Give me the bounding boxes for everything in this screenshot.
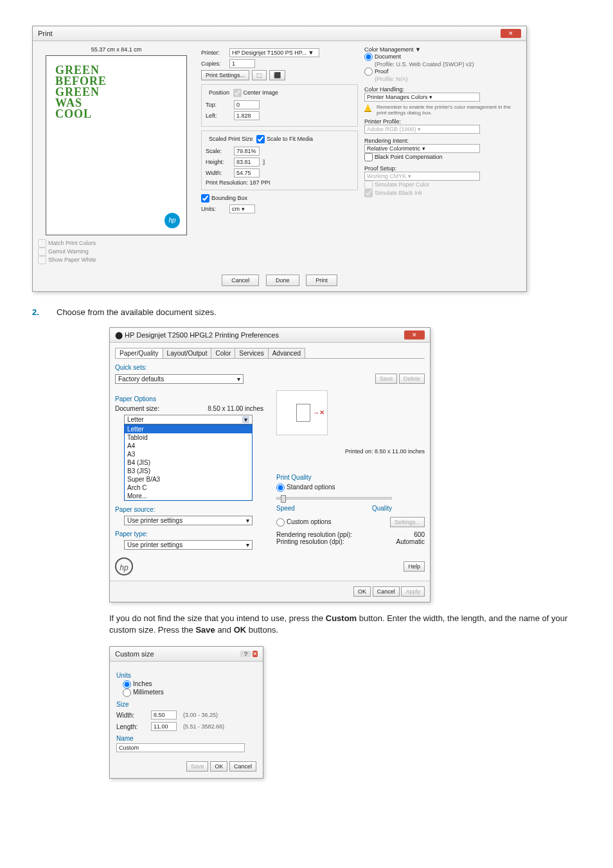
position-group-title: Position (207, 89, 231, 96)
custom-length-input[interactable]: 11.00 (151, 722, 177, 731)
printer-profile-select[interactable]: Adobe RGB (1998) ▾ (364, 125, 480, 134)
hp-logo-icon: hp (164, 213, 180, 228)
top-input[interactable]: 0 (234, 100, 260, 109)
warning-icon (364, 104, 371, 112)
size-option[interactable]: Tabloid (125, 433, 252, 442)
close-icon[interactable]: ✕ (404, 330, 425, 339)
printer-select[interactable]: HP Designjet T1500 PS HP... ▼ (229, 48, 319, 57)
color-management-title[interactable]: Color Management ▼ (364, 46, 521, 53)
tab-advanced[interactable]: Advanced (268, 348, 305, 358)
color-handling-select[interactable]: Printer Manages Colors ▾ (364, 93, 480, 102)
color-handling-label: Color Handling: (364, 86, 521, 93)
size-option[interactable]: A4 (125, 442, 252, 450)
gamut-warning-checkbox[interactable]: Gamut Warning (38, 248, 195, 256)
height-input[interactable]: 83.81 (234, 158, 260, 167)
proof-setup-select[interactable]: Working CMYK ▾ (364, 172, 480, 181)
inches-radio[interactable]: Inches (123, 680, 256, 689)
link-icon[interactable]: ⟧ (262, 159, 265, 165)
close-icon[interactable]: ✕ (253, 651, 258, 657)
quality-slider[interactable] (276, 497, 392, 500)
size-option[interactable]: Super B/A3 (125, 475, 252, 484)
units-select[interactable]: cm ▾ (229, 204, 255, 213)
document-size-dropdown-open[interactable]: Letter Tabloid A4 A3 B4 (JIS) B3 (JIS) S… (124, 424, 253, 501)
left-input[interactable]: 1.828 (234, 111, 260, 120)
paper-source-select[interactable]: Use printer settings▾ (124, 516, 253, 525)
help-icon[interactable]: ? (240, 651, 251, 657)
document-size-select[interactable]: Letter▾ (124, 415, 253, 424)
print-preview: GREENBEFOREGREENWASCOOL hp (46, 55, 187, 235)
paper-type-select[interactable]: Use printer settings▾ (124, 540, 253, 550)
instruction-text: If you do not find the size that you int… (109, 613, 581, 636)
print-settings-button[interactable]: Print Settings... (201, 70, 249, 80)
chevron-down-icon: ▾ (237, 375, 240, 383)
simulate-paper-checkbox[interactable]: Simulate Paper Color (364, 181, 430, 188)
custom-size-dialog: Custom size ?✕ Units Inches Millimeters … (109, 646, 263, 779)
settings-button[interactable]: Settings... (390, 517, 425, 527)
pref-titlebar: ⬤ HP Designjet T2500 HPGL2 Printing Pref… (110, 328, 430, 343)
bounding-box-checkbox[interactable]: Bounding Box (201, 195, 247, 201)
standard-options-radio[interactable]: Standard options (276, 484, 335, 491)
chevron-down-icon: ▾ (242, 416, 249, 423)
scale-input[interactable]: 79.81% (234, 147, 260, 156)
size-option[interactable]: B4 (JIS) (125, 458, 252, 467)
help-button[interactable]: Help (404, 561, 425, 572)
save-button[interactable]: Save (375, 374, 398, 384)
save-button[interactable]: Save (186, 761, 209, 772)
apply-button[interactable]: Apply (401, 586, 425, 597)
name-label: Name (116, 735, 256, 742)
hp-icon: ⬤ (115, 331, 123, 339)
proof-radio[interactable]: Proof (364, 68, 389, 75)
paper-preview-thumbnail (276, 390, 328, 435)
paper-options-label: Paper Options (115, 395, 263, 402)
copies-label: Copies: (201, 60, 227, 67)
hp-logo-icon: hp (115, 557, 133, 575)
cancel-button[interactable]: Cancel (373, 586, 400, 597)
close-icon[interactable]: ✕ (501, 29, 521, 38)
tab-color[interactable]: Color (211, 348, 235, 358)
print-dialog: Print ✕ 55.37 cm x 84.1 cm GREENBEFOREGR… (32, 26, 527, 292)
scaled-print-size-title: Scaled Print Size (207, 136, 255, 142)
print-button[interactable]: Print (306, 275, 337, 286)
orientation-portrait-icon[interactable]: ⬚ (252, 70, 267, 80)
custom-size-titlebar: Custom size ?✕ (110, 647, 263, 662)
orientation-landscape-icon[interactable]: ⬛ (269, 70, 285, 80)
printed-on-label: Printed on: 8.50 x 11.00 inches (276, 448, 425, 455)
cancel-button[interactable]: Cancel (222, 275, 259, 286)
ok-button[interactable]: OK (210, 761, 227, 772)
copies-input[interactable]: 1 (229, 59, 255, 68)
quick-sets-select[interactable]: Factory defaults▾ (115, 374, 244, 384)
scale-to-fit-checkbox[interactable]: Scale to Fit Media (256, 136, 313, 142)
print-dialog-title: Print (38, 30, 53, 37)
print-resolution-label: Print Resolution: 187 PPI (206, 179, 353, 186)
proof-setup-label: Proof Setup: (364, 165, 521, 172)
document-radio[interactable]: Document (364, 53, 401, 60)
rendering-intent-select[interactable]: Relative Colorimetric ▾ (364, 144, 480, 153)
show-paper-white-checkbox[interactable]: Show Paper White (38, 256, 195, 264)
custom-options-radio[interactable]: Custom options (276, 518, 331, 527)
millimeters-radio[interactable]: Millimeters (123, 689, 256, 697)
size-option[interactable]: B3 (JIS) (125, 467, 252, 475)
center-image-checkbox[interactable]: Center Image (233, 89, 279, 96)
tab-services[interactable]: Services (235, 348, 268, 358)
size-option[interactable]: A3 (125, 450, 252, 458)
width-input[interactable]: 54.75 (234, 168, 260, 177)
size-option-more[interactable]: More... (125, 492, 252, 500)
ok-button[interactable]: OK (353, 586, 371, 597)
simulate-black-checkbox[interactable]: Simulate Black Ink (364, 190, 422, 196)
size-label: Size (116, 701, 256, 708)
units-label: Units (116, 672, 256, 679)
custom-name-input[interactable]: Custom (116, 743, 245, 752)
tab-layout-output[interactable]: Layout/Output (163, 348, 212, 358)
delete-button[interactable]: Delete (399, 374, 425, 384)
pref-tabs: Paper/Quality Layout/Output Color Servic… (115, 348, 425, 359)
preview-dimensions: 55.37 cm x 84.1 cm (38, 46, 195, 53)
size-option[interactable]: Arch C (125, 484, 252, 492)
done-button[interactable]: Done (266, 275, 299, 286)
step-number: 2. (32, 307, 45, 317)
match-print-colors-checkbox[interactable]: Match Print Colors (38, 239, 195, 248)
custom-width-input[interactable]: 8.50 (151, 710, 177, 719)
tab-paper-quality[interactable]: Paper/Quality (115, 348, 163, 358)
cancel-button[interactable]: Cancel (229, 761, 256, 772)
black-point-checkbox[interactable]: Black Point Compensation (364, 154, 443, 160)
size-option-letter[interactable]: Letter (125, 425, 252, 433)
